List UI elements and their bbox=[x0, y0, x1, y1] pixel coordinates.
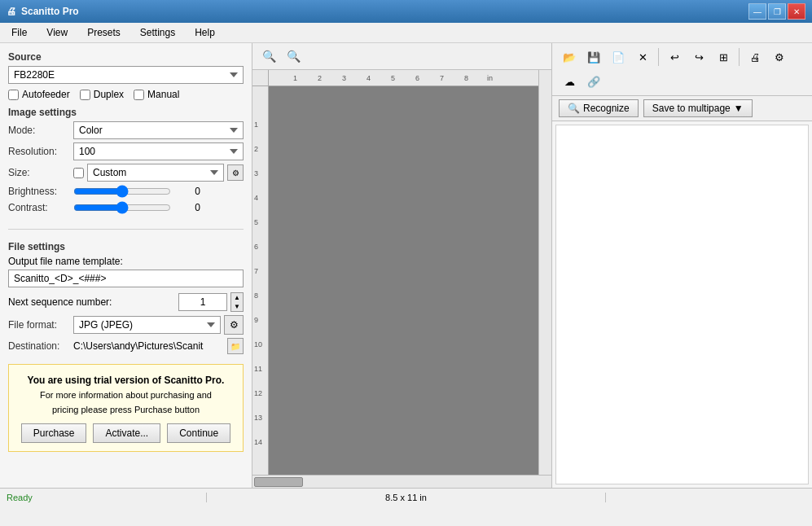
menu-file[interactable]: File bbox=[7, 25, 32, 40]
save-multipage-dropdown-icon: ▼ bbox=[734, 103, 744, 114]
size-select[interactable]: Custom bbox=[87, 164, 224, 182]
ocr-pages-button[interactable]: ⊞ bbox=[713, 46, 734, 68]
destination-label: Destination: bbox=[8, 340, 73, 352]
template-input[interactable] bbox=[8, 270, 244, 287]
scan-inner[interactable]: 1 2 3 4 5 6 7 8 in bbox=[252, 70, 538, 475]
svg-text:2: 2 bbox=[318, 74, 322, 82]
hscroll-thumb[interactable] bbox=[254, 477, 303, 487]
menu-help[interactable]: Help bbox=[190, 25, 220, 40]
destination-path: C:\Users\andy\Pictures\Scanit bbox=[73, 340, 224, 352]
seq-controls: ▲ ▼ bbox=[178, 292, 244, 312]
menu-presets[interactable]: Presets bbox=[82, 25, 125, 40]
size-settings-button[interactable]: ⚙ bbox=[227, 164, 244, 181]
ocr-saveas-button[interactable]: 📄 bbox=[608, 46, 629, 68]
svg-text:11: 11 bbox=[254, 365, 262, 373]
svg-text:14: 14 bbox=[254, 438, 262, 446]
menu-settings[interactable]: Settings bbox=[135, 25, 180, 40]
menu-bar: File View Presets Settings Help bbox=[0, 23, 812, 43]
vscroll[interactable] bbox=[538, 70, 551, 475]
menu-view[interactable]: View bbox=[42, 25, 72, 40]
source-device-select[interactable]: FB2280E bbox=[8, 66, 244, 84]
ocr-delete-button[interactable]: ✕ bbox=[632, 46, 653, 68]
app-icon: 🖨 bbox=[7, 6, 16, 17]
trial-text2: pricing please press Purchase button bbox=[17, 403, 235, 418]
svg-text:13: 13 bbox=[254, 414, 262, 422]
duplex-checkbox[interactable] bbox=[80, 90, 90, 100]
destination-row: Destination: C:\Users\andy\Pictures\Scan… bbox=[8, 338, 244, 354]
seq-row: Next sequence number: ▲ ▼ bbox=[8, 292, 244, 312]
trial-banner: You are using trial version of Scanitto … bbox=[8, 364, 244, 452]
svg-text:3: 3 bbox=[254, 169, 258, 178]
save-multipage-label: Save to multipage bbox=[652, 103, 731, 114]
svg-text:6: 6 bbox=[254, 243, 258, 251]
svg-text:9: 9 bbox=[254, 316, 258, 324]
center-panel: 🔍 🔍 1 2 3 4 5 6 bbox=[252, 43, 551, 488]
activate-button[interactable]: Activate... bbox=[93, 423, 160, 443]
main-layout: Source FB2280E Autofeeder Duplex Manual bbox=[0, 43, 812, 488]
image-settings-label: Image settings bbox=[8, 107, 244, 118]
svg-text:2: 2 bbox=[254, 145, 258, 153]
brightness-slider[interactable] bbox=[73, 185, 171, 198]
minimize-button[interactable]: — bbox=[748, 3, 766, 20]
title-bar-controls: — ❐ ✕ bbox=[748, 3, 805, 20]
format-select[interactable]: JPG (JPEG) bbox=[73, 316, 221, 334]
brightness-label: Brightness: bbox=[8, 186, 73, 197]
ocr-cloud-button[interactable]: ☁ bbox=[559, 71, 580, 92]
svg-text:in: in bbox=[487, 74, 493, 82]
seq-input[interactable] bbox=[178, 293, 227, 311]
format-settings-button[interactable]: ⚙ bbox=[224, 315, 244, 335]
brightness-row: Brightness: 0 bbox=[8, 185, 244, 198]
svg-text:8: 8 bbox=[254, 291, 258, 300]
svg-text:6: 6 bbox=[415, 74, 419, 82]
zoom-in-button[interactable]: 🔍 bbox=[259, 46, 279, 66]
ocr-open-button[interactable]: 📂 bbox=[559, 46, 580, 68]
purchase-button[interactable]: Purchase bbox=[21, 423, 87, 443]
continue-button[interactable]: Continue bbox=[167, 423, 230, 443]
save-multipage-button[interactable]: Save to multipage ▼ bbox=[643, 99, 753, 117]
contrast-label: Contrast: bbox=[8, 202, 73, 213]
ruler-h-svg: 1 2 3 4 5 6 7 8 in bbox=[269, 70, 538, 85]
size-checkbox[interactable] bbox=[73, 168, 84, 178]
title-bar-left: 🖨 Scanitto Pro bbox=[7, 6, 79, 17]
resolution-select[interactable]: 100 bbox=[73, 142, 244, 160]
recognize-button[interactable]: 🔍 Recognize bbox=[559, 99, 639, 117]
trial-title: You are using trial version of Scanitto … bbox=[28, 375, 225, 386]
svg-text:10: 10 bbox=[254, 340, 262, 348]
autofeeder-checkbox[interactable] bbox=[8, 90, 19, 100]
contrast-slider[interactable] bbox=[73, 201, 171, 214]
seq-up-button[interactable]: ▲ bbox=[231, 293, 243, 302]
size-row: Size: Custom ⚙ bbox=[8, 164, 244, 182]
source-section: Source FB2280E Autofeeder Duplex Manual bbox=[8, 51, 244, 100]
svg-text:5: 5 bbox=[391, 74, 395, 82]
ocr-undo-button[interactable]: ↩ bbox=[664, 46, 685, 68]
destination-browse-button[interactable]: 📁 bbox=[227, 338, 244, 354]
resolution-row: Resolution: 100 bbox=[8, 142, 244, 160]
svg-text:12: 12 bbox=[254, 389, 262, 397]
mode-select[interactable]: Color bbox=[73, 121, 244, 139]
duplex-checkbox-label[interactable]: Duplex bbox=[80, 89, 124, 100]
autofeeder-checkbox-label[interactable]: Autofeeder bbox=[8, 89, 70, 100]
seq-down-button[interactable]: ▼ bbox=[231, 302, 243, 311]
hscroll[interactable] bbox=[252, 475, 551, 488]
close-button[interactable]: ✕ bbox=[788, 3, 805, 20]
ocr-redo-button[interactable]: ↪ bbox=[688, 46, 709, 68]
ocr-share-button[interactable]: 🔗 bbox=[583, 71, 604, 92]
svg-text:1: 1 bbox=[254, 121, 258, 129]
ocr-save-button[interactable]: 💾 bbox=[583, 46, 604, 68]
divider-1 bbox=[8, 229, 244, 230]
contrast-row: Contrast: 0 bbox=[8, 201, 244, 214]
manual-checkbox-label[interactable]: Manual bbox=[134, 89, 179, 100]
ocr-action-bar: 🔍 Recognize Save to multipage ▼ bbox=[552, 96, 812, 121]
zoom-out-button[interactable]: 🔍 bbox=[283, 46, 303, 66]
manual-checkbox[interactable] bbox=[134, 90, 144, 100]
right-panel: 📂 💾 📄 ✕ ↩ ↪ ⊞ 🖨 ⚙ ☁ 🔗 🔍 Recognize Save t… bbox=[551, 43, 812, 488]
ocr-scan-button[interactable]: 🖨 bbox=[744, 46, 766, 68]
trial-text1: For more information about purchasing an… bbox=[17, 388, 235, 403]
ocr-process-button[interactable]: ⚙ bbox=[769, 46, 790, 68]
status-bar: Ready 8.5 x 11 in bbox=[0, 488, 812, 506]
seq-label: Next sequence number: bbox=[8, 296, 178, 308]
file-settings-label: File settings bbox=[8, 241, 244, 252]
restore-button[interactable]: ❐ bbox=[768, 3, 786, 20]
recognize-label: Recognize bbox=[583, 103, 630, 114]
checkbox-group: Autofeeder Duplex Manual bbox=[8, 89, 244, 100]
